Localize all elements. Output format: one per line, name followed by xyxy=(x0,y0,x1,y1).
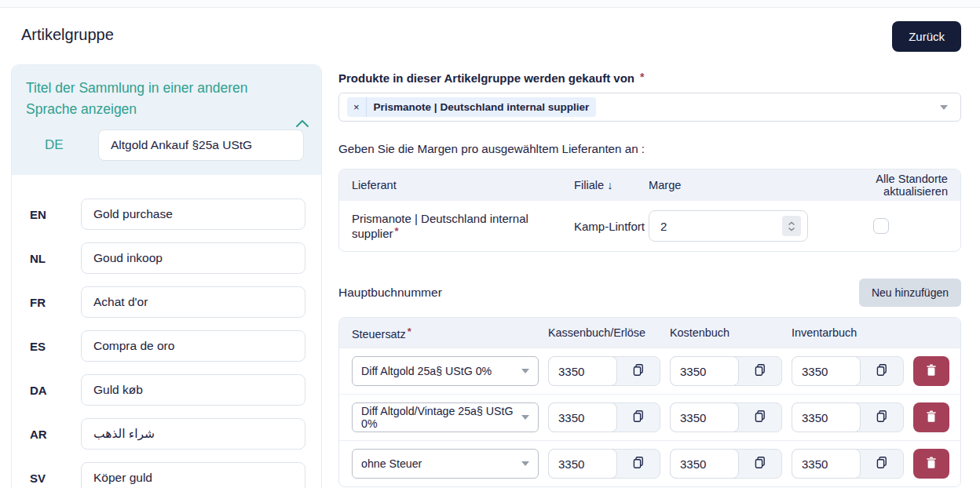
supplier-multiselect[interactable]: × Prismanote | Deutschland internal supp… xyxy=(338,93,961,122)
kostenbuch-input[interactable] xyxy=(670,449,739,479)
col-filiale[interactable]: Filiale ↓ xyxy=(574,179,649,191)
ledger-row: ohne Steuer xyxy=(339,440,960,486)
col-inventarbuch: Inventarbuch xyxy=(792,326,904,339)
language-input-nl[interactable] xyxy=(81,242,305,274)
delete-row-button[interactable] xyxy=(913,449,949,479)
copy-icon xyxy=(876,410,888,425)
language-code-ar: AR xyxy=(27,428,81,441)
copy-button[interactable] xyxy=(861,450,903,478)
trash-icon xyxy=(926,364,937,379)
update-all-locations-checkbox[interactable] xyxy=(873,218,889,234)
col-kassenbuch: Kassenbuch/Erlöse xyxy=(548,326,660,339)
chevron-down-icon xyxy=(521,461,529,466)
ledger-table-header: Steuersatz* Kassenbuch/Erlöse Kostenbuch… xyxy=(339,318,960,348)
tax-rate-select[interactable]: Diff Altgold/Vintage 25a§ UStG 0% xyxy=(352,402,539,432)
required-asterisk: * xyxy=(395,225,399,237)
trash-icon xyxy=(926,457,937,472)
language-row-nl: NL xyxy=(27,242,305,274)
add-new-button[interactable]: Neu hinzufügen xyxy=(859,279,961,307)
language-row-de: DE xyxy=(26,129,307,161)
copy-icon xyxy=(632,363,645,379)
kassenbuch-group xyxy=(548,402,660,432)
kassenbuch-input[interactable] xyxy=(548,449,617,479)
col-marge[interactable]: Marge xyxy=(649,179,814,191)
inventarbuch-group xyxy=(792,449,904,479)
number-stepper[interactable] xyxy=(782,216,801,236)
language-code-fr: FR xyxy=(27,296,81,309)
stepper-up-icon xyxy=(788,221,795,226)
language-panel-header: Titel der Sammlung in einer anderen Spra… xyxy=(12,65,321,175)
chevron-down-icon xyxy=(521,415,529,420)
kassenbuch-input[interactable] xyxy=(548,402,617,432)
copy-button[interactable] xyxy=(861,357,903,385)
inventarbuch-input[interactable] xyxy=(792,402,861,432)
copy-icon xyxy=(632,410,645,425)
tax-rate-select[interactable]: Diff Altgold 25a§ UStG 0% xyxy=(352,356,539,386)
required-asterisk: * xyxy=(640,71,644,83)
inventarbuch-group xyxy=(792,356,904,386)
language-code-da: DA xyxy=(27,384,81,397)
stepper-down-icon xyxy=(788,227,795,231)
language-row-da: DA xyxy=(27,374,305,406)
ledger-row: Diff Altgold 25a§ UStG 0% xyxy=(339,348,960,394)
language-code-en: EN xyxy=(27,208,81,221)
margins-table: Lieferant Filiale ↓ Marge Alle Standorte… xyxy=(338,169,961,252)
copy-button[interactable] xyxy=(739,357,781,385)
collapse-button[interactable] xyxy=(294,118,310,132)
kostenbuch-group xyxy=(670,356,782,386)
copy-button[interactable] xyxy=(617,450,660,478)
kostenbuch-group xyxy=(670,449,782,479)
col-alle-standorte: Alle Standorte aktualisieren xyxy=(814,173,948,198)
required-asterisk: * xyxy=(408,326,411,337)
inventarbuch-input[interactable] xyxy=(792,449,861,479)
copy-icon xyxy=(754,363,766,379)
supplier-name-cell: Prismanote | Deutschland internal suppli… xyxy=(352,212,574,240)
supplier-field-label: Produkte in dieser Artikelgruppe werden … xyxy=(338,71,961,86)
remove-tag-icon[interactable]: × xyxy=(347,97,367,117)
copy-button[interactable] xyxy=(739,403,781,432)
language-input-ar[interactable] xyxy=(81,418,305,450)
language-list: EN NL FR ES DA AR SV xyxy=(12,175,321,488)
kostenbuch-input[interactable] xyxy=(670,356,739,386)
update-all-locations-cell xyxy=(814,218,948,234)
copy-icon xyxy=(632,456,645,472)
copy-button[interactable] xyxy=(617,357,660,385)
language-code-sv: SV xyxy=(27,472,81,485)
chevron-down-icon xyxy=(521,369,529,373)
language-input-fr[interactable] xyxy=(81,286,305,318)
kassenbuch-group xyxy=(548,449,660,479)
trash-icon xyxy=(926,410,937,425)
kassenbuch-input[interactable] xyxy=(548,356,617,386)
inventarbuch-input[interactable] xyxy=(792,356,861,386)
language-input-de[interactable] xyxy=(98,129,304,161)
copy-button[interactable] xyxy=(861,403,903,432)
filiale-cell: Kamp-Lintfort xyxy=(574,220,649,233)
inventarbuch-group xyxy=(792,402,904,432)
kostenbuch-input[interactable] xyxy=(670,402,739,432)
col-steuersatz: Steuersatz* xyxy=(352,326,539,341)
top-bar-edge xyxy=(0,0,980,8)
language-input-da[interactable] xyxy=(81,374,305,406)
margins-instruction: Geben Sie die Margen pro ausgewähltem Li… xyxy=(338,142,961,155)
main-content: Produkte in dieser Artikelgruppe werden … xyxy=(338,71,961,488)
delete-row-button[interactable] xyxy=(913,356,949,386)
copy-icon xyxy=(876,363,888,379)
tax-rate-select[interactable]: ohne Steuer xyxy=(352,449,539,479)
col-kostenbuch: Kostenbuch xyxy=(670,326,782,339)
language-input-sv[interactable] xyxy=(81,462,305,488)
language-row-sv: SV xyxy=(27,462,305,488)
kostenbuch-group xyxy=(670,402,782,432)
chevron-up-icon xyxy=(294,120,310,132)
language-input-en[interactable] xyxy=(81,198,305,230)
copy-button[interactable] xyxy=(617,403,660,432)
language-row-ar: AR xyxy=(27,418,305,450)
supplier-tag-label: Prismanote | Deutschland internal suppli… xyxy=(367,97,597,117)
language-code-es: ES xyxy=(27,340,81,353)
page-title: Artikelgruppe xyxy=(21,26,114,44)
back-button[interactable]: Zurück xyxy=(892,21,961,52)
delete-row-button[interactable] xyxy=(913,402,949,432)
col-lieferant[interactable]: Lieferant xyxy=(352,179,574,191)
language-panel-title: Titel der Sammlung in einer anderen Spra… xyxy=(26,78,297,120)
language-input-es[interactable] xyxy=(81,330,305,362)
copy-button[interactable] xyxy=(739,450,781,478)
